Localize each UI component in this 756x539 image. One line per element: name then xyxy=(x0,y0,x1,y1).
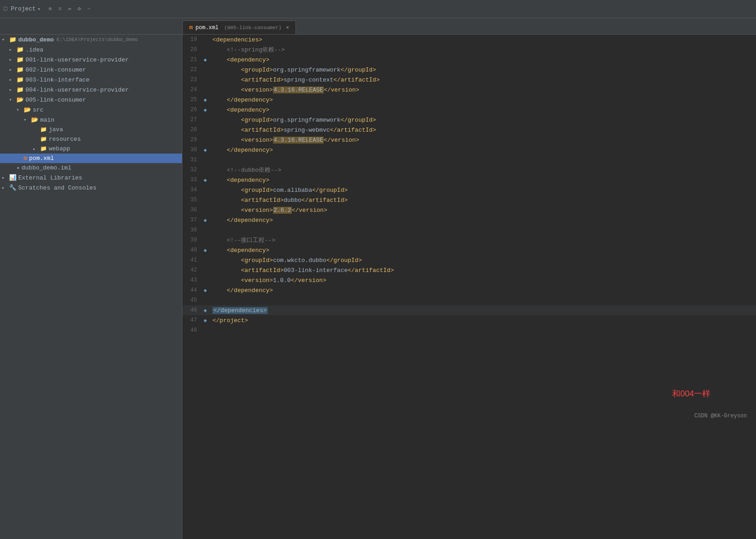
resources-folder-icon: 📁 xyxy=(40,136,47,143)
code-line: </dependency> xyxy=(210,97,756,103)
004-arrow xyxy=(9,87,16,92)
annotation-text: 和004一样 xyxy=(672,388,710,399)
idea-label: .idea xyxy=(26,46,43,53)
root-folder-icon: 📁 xyxy=(9,36,16,43)
tab-bar: m pom.xml (005-link-consumer) × xyxy=(0,18,756,35)
sidebar-item-001[interactable]: 📁 001-link-userservice-provider xyxy=(0,55,182,65)
sidebar-item-005[interactable]: 📂 005-link-consumer xyxy=(0,95,182,105)
table-row: 47 ◆ </project> xyxy=(182,315,756,325)
sidebar-item-main[interactable]: 📂 main xyxy=(0,115,182,125)
line-number: 35 xyxy=(182,197,201,203)
line-number: 20 xyxy=(182,46,201,53)
sidebar-item-src[interactable]: 📂 src xyxy=(0,105,182,115)
table-row: 33 ◆ <dependency> xyxy=(182,175,756,185)
line-number: 22 xyxy=(182,67,201,73)
sidebar-item-004[interactable]: 📁 004-link-userservice-provider xyxy=(0,85,182,95)
code-editor[interactable]: 19 <dependencies> 20 <!--spring依赖--> 21 … xyxy=(182,35,756,539)
editor-inner: 19 <dependencies> 20 <!--spring依赖--> 21 … xyxy=(182,35,756,426)
root-label: dubbo_demo xyxy=(18,36,54,43)
line-number: 24 xyxy=(182,87,201,93)
toolbar-icon-3[interactable]: ⇌ xyxy=(68,5,71,12)
004-folder-icon: 📁 xyxy=(16,86,24,93)
code-line: <groupId>org.springframework</groupId> xyxy=(210,117,756,123)
annotation-area: 和004一样 CSDN @KK-Greyson xyxy=(182,335,756,426)
iml-file-icon: ✦ xyxy=(16,164,20,171)
sidebar-root-item[interactable]: 📁 dubbo_demo E:\IDEA\Projects\dubbo_demo xyxy=(0,35,182,45)
table-row: 45 xyxy=(182,295,756,305)
004-label: 004-link-userservice-provider xyxy=(26,87,129,93)
sidebar-item-resources[interactable]: 📁 resources xyxy=(0,134,182,144)
ext-libs-arrow xyxy=(2,175,9,180)
webapp-label: webapp xyxy=(49,145,70,152)
code-line: <version>4.3.16.RELEASE</version> xyxy=(210,87,756,93)
watermark: CSDN @KK-Greyson xyxy=(694,413,747,419)
table-row: 44 ◆ </dependency> xyxy=(182,285,756,295)
gutter-icon: ◆ xyxy=(203,317,207,324)
001-label: 001-link-userservice-provider xyxy=(26,56,129,63)
table-row: 32 <!--dubbo依赖--> xyxy=(182,165,756,175)
settings-icon[interactable]: ⚙ xyxy=(78,5,81,12)
line-number: 32 xyxy=(182,167,201,173)
tab-close-button[interactable]: × xyxy=(286,25,289,31)
table-row: 40 ◆ <dependency> xyxy=(182,245,756,255)
code-line: <dependencies> xyxy=(210,36,756,43)
table-row: 37 ◆ </dependency> xyxy=(182,215,756,225)
table-row: 21 ◆ <dependency> xyxy=(182,55,756,65)
code-line: <artifactId>spring-webmvc</artifactId> xyxy=(210,127,756,133)
project-menu[interactable]: Project ▾ xyxy=(11,5,41,12)
root-arrow xyxy=(2,37,9,42)
line-number: 34 xyxy=(182,187,201,193)
sidebar-item-pom[interactable]: m pom.xml xyxy=(0,154,182,163)
002-arrow xyxy=(9,67,16,72)
main-arrow xyxy=(24,117,31,123)
table-row: 27 <groupId>org.springframework</groupId… xyxy=(182,115,756,125)
003-arrow xyxy=(9,77,16,82)
line-number: 28 xyxy=(182,127,201,133)
table-row: 26 ◆ <dependency> xyxy=(182,105,756,115)
code-line: <!--接口工程--> xyxy=(210,236,756,244)
gutter-cell: ◆ xyxy=(201,56,210,63)
table-row: 20 <!--spring依赖--> xyxy=(182,45,756,55)
gutter-cell: ◆ xyxy=(201,247,210,254)
toolbar-icon-2[interactable]: ≡ xyxy=(58,6,62,12)
code-line: <dependency> xyxy=(210,177,756,184)
001-folder-icon: 📁 xyxy=(16,56,24,63)
line-number: 30 xyxy=(182,147,201,153)
pom-label: pom.xml xyxy=(29,155,54,162)
table-row: 19 <dependencies> xyxy=(182,35,756,45)
java-folder-icon: 📁 xyxy=(40,126,47,133)
tab-file-icon: m xyxy=(189,24,193,31)
sidebar-item-003[interactable]: 📁 003-link-interface xyxy=(0,75,182,85)
sidebar-item-iml[interactable]: ✦ dubbo_demo.iml xyxy=(0,163,182,173)
line-number: 46 xyxy=(182,307,201,313)
sidebar-item-scratches[interactable]: 🔧 Scratches and Consoles xyxy=(0,183,182,193)
sidebar-item-webapp[interactable]: 📁 webapp xyxy=(0,144,182,154)
toolbar-icon-1[interactable]: ⊕ xyxy=(48,5,52,12)
minimize-icon[interactable]: − xyxy=(87,6,90,12)
scratches-label: Scratches and Consoles xyxy=(18,185,97,191)
003-label: 003-link-interface xyxy=(26,77,89,83)
gutter-cell: ◆ xyxy=(201,217,210,224)
src-folder-icon: 📂 xyxy=(24,106,31,113)
003-folder-icon: 📁 xyxy=(16,76,24,83)
line-number: 38 xyxy=(182,227,201,233)
line-number: 27 xyxy=(182,117,201,123)
project-dropdown-arrow: ▾ xyxy=(37,6,40,12)
main-area: 📁 dubbo_demo E:\IDEA\Projects\dubbo_demo… xyxy=(0,35,756,539)
pom-xml-tab[interactable]: m pom.xml (005-link-consumer) × xyxy=(182,21,296,34)
gutter-icon: ◆ xyxy=(203,56,207,63)
table-row: 31 xyxy=(182,155,756,165)
line-number: 45 xyxy=(182,297,201,303)
sidebar-item-002[interactable]: 📁 002-link-consumer xyxy=(0,65,182,75)
sidebar-item-idea[interactable]: 📁 .idea xyxy=(0,45,182,55)
sidebar-item-ext-libs[interactable]: 📊 External Libraries xyxy=(0,173,182,183)
table-row: 34 <groupId>com.alibaba</groupId> xyxy=(182,185,756,195)
resources-label: resources xyxy=(49,136,81,143)
sidebar-item-java[interactable]: 📁 java xyxy=(0,125,182,134)
code-line: </dependency> xyxy=(210,147,756,154)
gutter-icon: ◆ xyxy=(203,217,207,224)
scratches-arrow xyxy=(2,185,9,190)
iml-label: dubbo_demo.iml xyxy=(21,164,71,171)
gutter-icon: ◆ xyxy=(203,97,207,103)
code-line: <dependency> xyxy=(210,107,756,113)
